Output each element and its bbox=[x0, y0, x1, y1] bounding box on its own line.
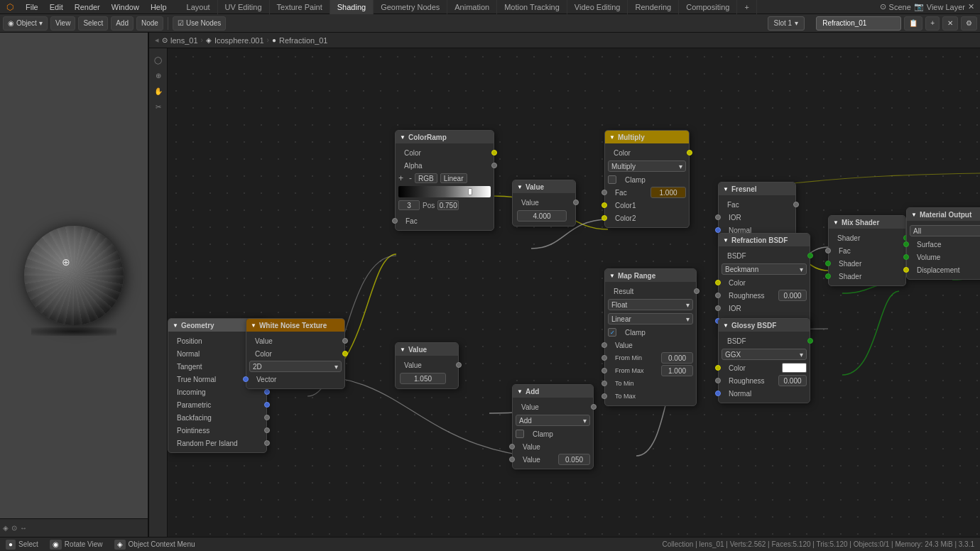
gb-rough-value[interactable]: 0.000 bbox=[778, 375, 807, 386]
tab-video-editing[interactable]: Video Editing bbox=[567, 0, 628, 14]
toolbar-select-btn[interactable]: Select bbox=[78, 16, 108, 31]
3d-viewport[interactable]: ⊕ bbox=[0, 33, 148, 518]
mul-fac-value[interactable]: 1.000 bbox=[650, 187, 686, 198]
tool-grab[interactable]: ✋ bbox=[151, 84, 165, 98]
breadcrumb-material[interactable]: Refraction_01 bbox=[279, 36, 328, 45]
add-mode-select[interactable]: Add ▾ bbox=[516, 415, 590, 426]
toolbar-mode-dropdown[interactable]: ◉ Object ▾ bbox=[3, 16, 48, 31]
mul-mode-select[interactable]: Multiply ▾ bbox=[608, 160, 686, 172]
sphere-mesh bbox=[24, 226, 124, 325]
tab-uv-editing[interactable]: UV Editing bbox=[218, 0, 270, 14]
node-mix-shader: ▼ Mix Shader Shader Fac Shader Shader bbox=[828, 215, 906, 286]
mo-target-select[interactable]: All ▾ bbox=[910, 225, 980, 236]
rb-input-ior: IOR bbox=[719, 302, 810, 315]
vb-value-field[interactable]: 1.050 bbox=[400, 373, 446, 384]
wn-2d-select[interactable]: 2D ▾ bbox=[249, 361, 342, 372]
menu-window[interactable]: Window bbox=[106, 0, 145, 14]
mul-color1: Color1 bbox=[605, 199, 689, 212]
menu-render[interactable]: Render bbox=[69, 0, 106, 14]
tool-select-circle[interactable]: ◯ bbox=[151, 53, 165, 67]
socket-ms-fac-in bbox=[825, 248, 831, 253]
status-context-label: Object Context Menu bbox=[129, 540, 195, 548]
node-add-title: Add bbox=[526, 388, 539, 395]
rb-rough-value[interactable]: 0.000 bbox=[778, 290, 807, 301]
tool-cut[interactable]: ✂ bbox=[151, 99, 165, 114]
tab-add[interactable]: + bbox=[737, 0, 756, 14]
breadcrumb-icon-2: ◈ bbox=[206, 36, 212, 44]
tab-compositing[interactable]: Compositing bbox=[679, 0, 737, 14]
gb-color-swatch[interactable] bbox=[782, 363, 807, 373]
socket-gb-rough-in bbox=[715, 378, 721, 383]
socket-fr-normal-in bbox=[715, 227, 721, 233]
material-delete-btn[interactable]: ✕ bbox=[942, 16, 958, 31]
cr-remove-btn[interactable]: - bbox=[409, 173, 412, 183]
add-val2-field[interactable]: 0.050 bbox=[558, 454, 590, 465]
close-icon[interactable]: ✕ bbox=[968, 2, 974, 11]
material-new-btn[interactable]: + bbox=[925, 16, 940, 31]
tab-rendering[interactable]: Rendering bbox=[628, 0, 679, 14]
mr-clamp-checkbox[interactable]: ✓ bbox=[608, 328, 616, 337]
socket-fr-fac-out bbox=[793, 202, 799, 207]
tab-motion-tracking[interactable]: Motion Tracking bbox=[497, 0, 567, 14]
viewport-tool-3[interactable]: ↔ bbox=[20, 524, 27, 532]
cr-output-color: Color bbox=[396, 146, 494, 159]
viewport-tool-1[interactable]: ◈ bbox=[3, 524, 9, 532]
cr-stop-index[interactable]: 3 bbox=[398, 200, 420, 210]
socket-mo-volume-in bbox=[903, 254, 909, 260]
mr-interp-select[interactable]: Linear ▾ bbox=[608, 313, 693, 324]
mr-fmin-value[interactable]: 0.000 bbox=[661, 352, 693, 364]
mr-fmax-value[interactable]: 1.000 bbox=[661, 365, 693, 376]
object-icon: ◉ bbox=[8, 19, 14, 27]
menu-file[interactable]: File bbox=[20, 0, 44, 14]
output-parametric: Parametric bbox=[168, 398, 266, 411]
cr-add-btn[interactable]: + bbox=[398, 173, 403, 183]
tab-layout[interactable]: Layout bbox=[180, 0, 218, 14]
mul-clamp-checkbox[interactable] bbox=[608, 175, 616, 184]
view-layer-label: View Layer bbox=[927, 3, 965, 11]
breadcrumb-lens[interactable]: lens_01 bbox=[170, 36, 198, 45]
toolbar-view-btn[interactable]: View bbox=[50, 16, 76, 31]
rb-distribution-select[interactable]: Beckmann ▾ bbox=[722, 263, 807, 275]
vt-value-field[interactable]: 4.000 bbox=[517, 210, 567, 222]
node-glossy-title: Glossy BSDF bbox=[731, 322, 776, 329]
toolbar-add-btn[interactable]: Add bbox=[111, 16, 134, 31]
fr-output-fac: Fac bbox=[719, 198, 795, 211]
add-input-value1: Value bbox=[513, 440, 593, 453]
collapse-icon-mr: ▼ bbox=[609, 273, 615, 279]
cr-stop[interactable] bbox=[468, 188, 472, 195]
breadcrumb-icosphere[interactable]: Icosphere.001 bbox=[214, 36, 264, 45]
toolbar-node-btn[interactable]: Node bbox=[136, 16, 163, 31]
cr-mode-dropdown[interactable]: RGB bbox=[415, 173, 437, 183]
material-browse-btn[interactable]: 📋 bbox=[904, 16, 922, 31]
gb-distribution-select[interactable]: GGX ▾ bbox=[722, 349, 807, 360]
collapse-icon-cr: ▼ bbox=[400, 134, 405, 141]
cr-gradient[interactable] bbox=[398, 186, 491, 197]
add-clamp-checkbox[interactable] bbox=[516, 430, 524, 438]
socket-incoming-out bbox=[264, 389, 270, 395]
tab-shading[interactable]: Shading bbox=[330, 0, 374, 14]
menu-help[interactable]: Help bbox=[145, 0, 173, 14]
toolbar-use-nodes[interactable]: ☑ Use Nodes bbox=[173, 16, 226, 31]
node-editor[interactable]: ▼ Geometry Position Normal Tangent True … bbox=[168, 48, 980, 537]
material-name-field[interactable]: Refraction_01 bbox=[816, 16, 901, 31]
mr-from-min: From Min 0.000 bbox=[605, 351, 696, 364]
node-multiply-title: Multiply bbox=[618, 133, 645, 141]
3d-cursor: ⊕ bbox=[62, 256, 70, 268]
material-options-btn[interactable]: ⚙ bbox=[961, 16, 977, 31]
top-menubar: ⬡ File Edit Render Window Help Layout UV… bbox=[0, 0, 980, 14]
status-select-label: Select bbox=[18, 540, 38, 548]
mul-color2: Color2 bbox=[605, 212, 689, 224]
status-rotate-key: ◉ bbox=[50, 540, 62, 550]
tab-geometry-nodes[interactable]: Geometry Nodes bbox=[374, 0, 447, 14]
ms-input-shader2: Shader bbox=[829, 270, 905, 283]
viewport-tool-2[interactable]: ⊙ bbox=[11, 524, 17, 532]
menu-edit[interactable]: Edit bbox=[44, 0, 69, 14]
tab-animation[interactable]: Animation bbox=[447, 0, 497, 14]
left-panel-3d-viewport: View Object ⊕ ◈ ⊙ ↔ bbox=[0, 14, 149, 537]
slot-selector[interactable]: Slot 1 ▾ bbox=[768, 16, 805, 31]
mr-datatype-select[interactable]: Float ▾ bbox=[608, 299, 693, 310]
tool-cursor[interactable]: ⊕ bbox=[151, 68, 165, 82]
cr-interp-dropdown[interactable]: Linear bbox=[440, 173, 467, 183]
tab-texture-paint[interactable]: Texture Paint bbox=[270, 0, 330, 14]
cr-stop-pos[interactable]: 0.750 bbox=[437, 200, 459, 210]
